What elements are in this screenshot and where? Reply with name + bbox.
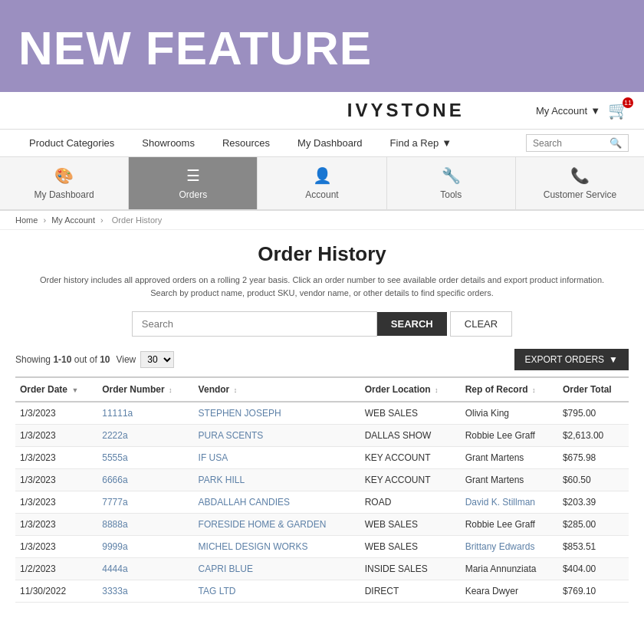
cell-vendor[interactable]: PURA SCENTS: [194, 425, 360, 447]
cell-vendor[interactable]: CAPRI BLUE: [194, 558, 360, 580]
rep-name: Maria Annunziata: [465, 564, 537, 574]
cart-badge: 11: [623, 97, 633, 108]
cell-vendor[interactable]: ABDALLAH CANDIES: [194, 491, 360, 514]
table-row: 1/3/2023 9999a MICHEL DESIGN WORKS WEB S…: [15, 536, 629, 558]
vendor-name[interactable]: MICHEL DESIGN WORKS: [199, 541, 308, 552]
cell-order-num[interactable]: 5555a: [97, 447, 193, 469]
col-order-number[interactable]: Order Number ↕: [97, 377, 193, 402]
view-count-select[interactable]: 30 60 90: [140, 351, 174, 368]
cell-vendor[interactable]: FORESIDE HOME & GARDEN: [194, 514, 360, 536]
nav-my-dashboard[interactable]: My Dashboard: [284, 130, 376, 156]
order-number-link[interactable]: 6666a: [102, 475, 127, 485]
view-select: View 30 60 90: [116, 351, 174, 368]
cell-date: 1/3/2023: [15, 447, 97, 469]
rep-name: Robbie Lee Graff: [465, 519, 535, 530]
page-desc-line2: Search by product name, product SKU, ven…: [150, 288, 494, 297]
breadcrumb-current: Order History: [112, 215, 162, 225]
cell-order-num[interactable]: 6666a: [97, 469, 193, 491]
my-account-label: My Account: [536, 105, 587, 117]
cell-vendor[interactable]: MICHEL DESIGN WORKS: [194, 536, 360, 558]
tab-my-dashboard[interactable]: 🎨 My Dashboard: [0, 157, 129, 209]
order-number-link[interactable]: 5555a: [102, 452, 127, 463]
cell-vendor[interactable]: IF USA: [194, 447, 360, 469]
tab-account[interactable]: 👤 Account: [258, 157, 386, 209]
rep-name[interactable]: David K. Stillman: [465, 497, 535, 508]
cell-vendor[interactable]: TAG LTD: [194, 580, 360, 603]
vendor-name[interactable]: STEPHEN JOSEPH: [199, 408, 281, 419]
tab-customer-service[interactable]: 📞 Customer Service: [516, 157, 644, 209]
sort-location-icon: ↕: [435, 386, 439, 394]
tab-orders-label: Orders: [179, 189, 207, 200]
cell-date: 11/30/2022: [15, 580, 97, 603]
cell-rep: Grant Martens: [461, 447, 558, 469]
cell-total: $60.50: [558, 469, 629, 491]
order-search-input[interactable]: [132, 311, 377, 337]
nav-showrooms[interactable]: Showrooms: [128, 130, 209, 156]
rep-name[interactable]: Brittany Edwards: [465, 541, 535, 552]
col-vendor[interactable]: Vendor ↕: [194, 377, 360, 402]
cell-vendor[interactable]: STEPHEN JOSEPH: [194, 402, 360, 425]
vendor-name[interactable]: CAPRI BLUE: [199, 564, 253, 574]
vendor-name[interactable]: IF USA: [199, 452, 228, 463]
vendor-name[interactable]: ABDALLAH CANDIES: [199, 497, 290, 508]
vendor-name[interactable]: PURA SCENTS: [199, 430, 264, 441]
order-number-link[interactable]: 2222a: [102, 430, 127, 441]
sort-ordernum-icon: ↕: [169, 386, 172, 394]
tab-orders[interactable]: ☰ Orders: [129, 157, 258, 209]
cell-rep[interactable]: David K. Stillman: [461, 491, 558, 514]
clear-button[interactable]: CLEAR: [450, 311, 512, 337]
cell-location: ROAD: [360, 491, 461, 514]
cell-rep: Maria Annunziata: [461, 558, 558, 580]
tab-account-label: Account: [305, 189, 338, 200]
cell-order-num[interactable]: 8888a: [97, 514, 193, 536]
nav-product-categories[interactable]: Product Categories: [15, 130, 128, 156]
main-nav: Product Categories Showrooms Resources M…: [0, 130, 644, 157]
cell-order-num[interactable]: 2222a: [97, 425, 193, 447]
cell-date: 1/3/2023: [15, 536, 97, 558]
vendor-name[interactable]: TAG LTD: [199, 586, 236, 596]
order-number-link[interactable]: 4444a: [102, 564, 127, 574]
cart-button[interactable]: 🛒 11: [608, 100, 629, 120]
cell-order-num[interactable]: 3333a: [97, 580, 193, 603]
cell-order-num[interactable]: 4444a: [97, 558, 193, 580]
breadcrumb-my-account[interactable]: My Account: [51, 215, 95, 225]
nav-search-box[interactable]: 🔍: [526, 134, 629, 152]
vendor-name[interactable]: PARK HILL: [199, 475, 245, 485]
cell-vendor[interactable]: PARK HILL: [194, 469, 360, 491]
cell-total: $853.51: [558, 536, 629, 558]
cell-order-num[interactable]: 9999a: [97, 536, 193, 558]
main-content: Order History Order history includes all…: [0, 230, 644, 615]
order-number-link[interactable]: 8888a: [102, 519, 127, 530]
cell-date: 1/3/2023: [15, 402, 97, 425]
order-number-link[interactable]: 3333a: [102, 586, 127, 596]
rep-name: Grant Martens: [465, 452, 524, 463]
nav-search-input[interactable]: [533, 138, 610, 149]
my-account-button[interactable]: My Account ▼: [536, 105, 600, 117]
cell-total: $795.00: [558, 402, 629, 425]
breadcrumb-home[interactable]: Home: [15, 215, 38, 225]
nav-find-a-rep[interactable]: Find a Rep ▼: [376, 130, 465, 156]
nav-resources[interactable]: Resources: [209, 130, 284, 156]
page-desc-line1: Order history includes all approved orde…: [40, 275, 604, 284]
export-orders-button[interactable]: EXPORT ORDERS ▼: [514, 349, 629, 370]
tab-tools[interactable]: 🔧 Tools: [387, 157, 516, 209]
table-controls: Showing 1-10 out of 10 View 30 60 90 EXP…: [15, 349, 629, 370]
search-button[interactable]: SEARCH: [377, 312, 447, 336]
export-dropdown-icon: ▼: [609, 354, 618, 365]
vendor-name[interactable]: FORESIDE HOME & GARDEN: [199, 519, 327, 530]
search-icon[interactable]: 🔍: [610, 137, 622, 149]
cell-date: 1/3/2023: [15, 491, 97, 514]
cell-order-num[interactable]: 11111a: [97, 402, 193, 425]
order-number-link[interactable]: 9999a: [102, 541, 127, 552]
col-order-total: Order Total: [558, 377, 629, 402]
col-order-location[interactable]: Order Location ↕: [360, 377, 461, 402]
cell-rep[interactable]: Brittany Edwards: [461, 536, 558, 558]
cell-order-num[interactable]: 7777a: [97, 491, 193, 514]
cell-total: $285.00: [558, 514, 629, 536]
cell-location: WEB SALES: [360, 514, 461, 536]
col-order-date[interactable]: Order Date ▼: [15, 377, 97, 402]
order-number-link[interactable]: 11111a: [102, 408, 133, 419]
breadcrumb-sep2: ›: [100, 215, 106, 225]
order-number-link[interactable]: 7777a: [102, 497, 127, 508]
col-rep[interactable]: Rep of Record ↕: [461, 377, 558, 402]
